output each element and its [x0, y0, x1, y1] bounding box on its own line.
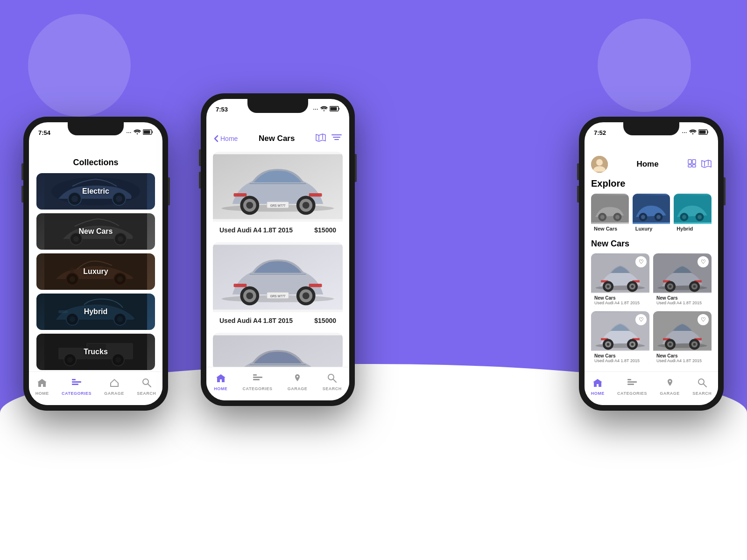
- search-icon-right: [698, 378, 707, 390]
- car-card-4-info: New Cars Used Audi A4 1.8T 2015: [653, 351, 712, 365]
- bottom-nav-left: HOME CATEGORIES GARAGE: [29, 371, 162, 405]
- right-header-icons: [687, 159, 712, 170]
- svg-rect-85: [253, 374, 257, 376]
- nav-garage-right[interactable]: GARAGE: [660, 378, 680, 396]
- back-button[interactable]: Home: [214, 135, 238, 142]
- map-icon[interactable]: [316, 133, 326, 144]
- categories-icon-center: [253, 373, 263, 385]
- nav-home-center[interactable]: HOME: [214, 373, 227, 391]
- nav-home-right[interactable]: HOME: [591, 378, 605, 396]
- svg-rect-97: [688, 165, 691, 167]
- status-icons-left: ···: [127, 129, 153, 136]
- categories-icon-right: [627, 378, 637, 390]
- svg-rect-2: [144, 130, 150, 133]
- new-cars-title: New Cars: [591, 239, 712, 249]
- heart-btn-1[interactable]: ♡: [635, 256, 647, 267]
- car-card-3-category: New Cars: [594, 353, 646, 358]
- electric-label: Electric: [82, 187, 109, 196]
- bottom-nav-center: HOME CATEGORIES GARAGE: [206, 367, 349, 400]
- nav-home-left[interactable]: HOME: [35, 378, 49, 396]
- svg-point-105: [615, 215, 620, 219]
- heart-btn-2[interactable]: ♡: [698, 256, 709, 267]
- svg-rect-52: [309, 193, 322, 196]
- svg-rect-41: [338, 108, 339, 110]
- collection-hybrid[interactable]: Hybrid: [36, 294, 155, 330]
- collections-header: Collections: [29, 139, 162, 173]
- car-card-4-img: ♡: [653, 311, 712, 351]
- car-card-1-name: Used Audi A4 1.8T 2015: [594, 301, 646, 305]
- car-listings-container: GRS W777 Used Audi A4 1.8T 2015 $15000: [206, 152, 349, 370]
- filter-icon[interactable]: [331, 133, 342, 144]
- collection-electric[interactable]: Electric: [36, 173, 155, 210]
- user-avatar[interactable]: [591, 156, 608, 173]
- map-icon-right[interactable]: [701, 159, 712, 170]
- car-card-2-img: ♡: [653, 253, 712, 293]
- nav-categories-left[interactable]: CATEGORIES: [62, 378, 92, 396]
- hybrid-overlay: Hybrid: [36, 294, 155, 330]
- nav-search-right[interactable]: SEARCH: [692, 378, 712, 396]
- right-left-buttons: [577, 163, 579, 203]
- categories-label-right: CATEGORIES: [617, 391, 647, 396]
- svg-rect-98: [692, 165, 696, 167]
- nav-garage-center[interactable]: GARAGE: [288, 373, 308, 391]
- categories-icon-left: [71, 378, 82, 390]
- nav-categories-right[interactable]: CATEGORIES: [617, 378, 647, 396]
- back-label: Home: [220, 135, 238, 142]
- heart-btn-3[interactable]: ♡: [635, 314, 647, 325]
- car-card-1[interactable]: ♡ New Cars Used Audi A4 1.8T 2015: [591, 253, 649, 308]
- collection-luxury[interactable]: Luxury: [36, 253, 155, 290]
- garage-label-center: GARAGE: [288, 386, 308, 391]
- heart-btn-4[interactable]: ♡: [698, 314, 709, 325]
- notch-left: [68, 122, 124, 135]
- bookmark-icon[interactable]: [687, 159, 697, 170]
- explore-hybrid[interactable]: Hybrid: [674, 194, 712, 233]
- wifi-icon-right: [689, 129, 697, 136]
- left-screen: 7:54 ··· Collections: [29, 122, 162, 405]
- explore-hybrid-label: Hybrid: [674, 224, 712, 233]
- nav-search-left[interactable]: SEARCH: [137, 378, 156, 396]
- explore-luxury-img: [633, 194, 670, 224]
- collections-title: Collections: [73, 158, 118, 167]
- explore-title: Explore: [591, 178, 712, 189]
- car-listing-2[interactable]: GRS W777 Used Audi A4 1.8T 2015 $15000: [213, 242, 343, 329]
- nav-search-center[interactable]: SEARCH: [323, 373, 342, 391]
- notch-center: [247, 99, 308, 113]
- explore-luxury[interactable]: Luxury: [633, 194, 670, 233]
- garage-label-right: GARAGE: [660, 391, 680, 396]
- header-icons-center: [316, 133, 342, 144]
- luxury-overlay: Luxury: [36, 253, 155, 290]
- signal-dots-left: ···: [127, 130, 132, 135]
- vol-up-btn: [21, 163, 23, 180]
- svg-rect-87: [253, 379, 260, 380]
- svg-line-160: [704, 384, 706, 387]
- power-btn-left: [168, 177, 170, 205]
- svg-rect-95: [688, 160, 691, 164]
- explore-section: Explore New Cars: [585, 176, 718, 237]
- svg-rect-86: [253, 377, 262, 378]
- right-page-title: Home: [636, 160, 658, 169]
- car-card-2[interactable]: ♡ New Cars Used Audi A4 1.8T 2015: [653, 253, 712, 308]
- car-listing-1[interactable]: GRS W777 Used Audi A4 1.8T 2015 $15000: [213, 152, 343, 238]
- explore-new-label: New Cars: [591, 224, 629, 233]
- car-listing-3[interactable]: GRS W777: [213, 333, 343, 370]
- car-card-3[interactable]: ♡ New Cars Used Audi A4 1.8T 2015: [591, 311, 649, 365]
- nav-categories-center[interactable]: CATEGORIES: [243, 373, 273, 391]
- svg-text:GRS W777: GRS W777: [270, 204, 286, 207]
- new-cars-section: New Cars: [585, 237, 718, 368]
- luxury-label: Luxury: [83, 267, 108, 276]
- time-right: 7:52: [594, 129, 606, 136]
- car-card-4[interactable]: ♡ New Cars Used Audi A4 1.8T 2015: [653, 311, 712, 365]
- search-label-left: SEARCH: [137, 391, 156, 396]
- explore-new-cars[interactable]: New Cars: [591, 194, 629, 233]
- svg-point-38: [143, 379, 148, 385]
- nav-garage-left[interactable]: GARAGE: [104, 378, 124, 396]
- svg-rect-156: [627, 379, 631, 380]
- svg-point-132: [669, 285, 672, 288]
- svg-point-125: [631, 285, 634, 288]
- collection-trucks[interactable]: Trucks: [36, 334, 155, 370]
- time-left: 7:54: [38, 129, 50, 136]
- svg-rect-37: [72, 384, 78, 385]
- search-icon-left: [142, 378, 151, 390]
- collection-new-cars[interactable]: New Cars: [36, 213, 155, 250]
- status-icons-right: ···: [682, 129, 709, 136]
